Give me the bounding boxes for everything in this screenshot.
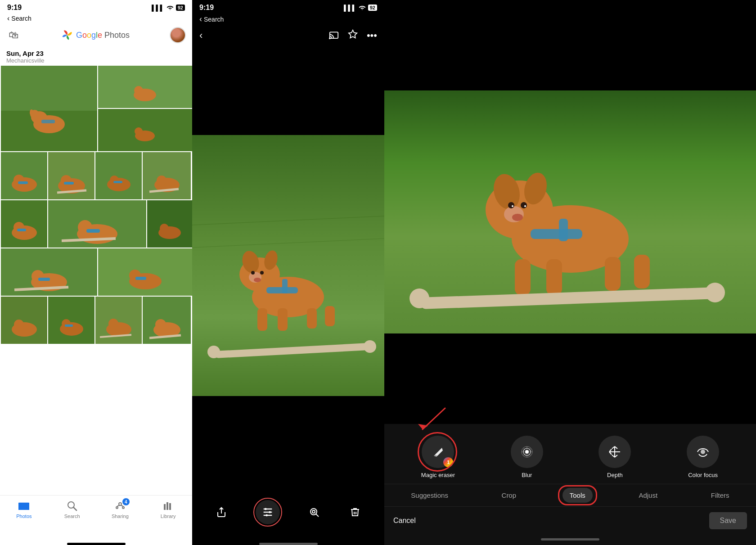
magic-badge: 1 [443,457,453,467]
grid-cell[interactable] [95,152,142,199]
svg-rect-92 [282,279,288,293]
search-icon [66,500,78,512]
color-focus-tool[interactable]: Color focus [687,436,719,478]
svg-point-60 [108,319,118,329]
grid-cell[interactable] [48,297,94,344]
svg-point-71 [116,507,118,509]
back-arrow-icon: ‹ [7,14,9,23]
photo-main [192,45,384,485]
home-indicator-2 [259,543,318,545]
svg-rect-50 [135,277,146,280]
grid-cell[interactable] [143,152,191,199]
home-indicator [67,543,126,545]
tab-crop[interactable]: Crop [495,488,524,503]
svg-rect-124 [515,259,531,295]
svg-point-130 [705,283,725,302]
grid-cell[interactable] [95,297,142,344]
tab-filters[interactable]: Filters [704,488,737,503]
magic-eraser-tool[interactable]: 1 Magic eraser [421,436,455,478]
sharing-icon: 4 [114,500,126,512]
adjust-inner [256,500,280,524]
photo-display [192,135,384,396]
nav-sharing[interactable]: 4 Sharing [96,500,144,519]
sharing-badge: 4 [122,498,130,505]
adjust-button[interactable] [253,498,282,527]
cancel-button[interactable]: Cancel [393,517,416,525]
dark-search-back[interactable]: ‹ Search [192,14,384,26]
depth-tool[interactable]: Depth [598,436,631,478]
svg-point-72 [122,507,124,509]
svg-rect-33 [17,229,26,231]
back-button[interactable]: ‹ [199,30,202,41]
grid-cell[interactable] [143,297,191,344]
svg-rect-6 [41,120,55,123]
time-2: 9:19 [199,4,214,12]
tools-panel: 1 Magic eraser [384,424,756,545]
svg-point-12 [135,127,143,135]
svg-point-53 [14,320,24,329]
svg-rect-96 [325,306,335,326]
svg-rect-75 [169,503,171,510]
edit-photo-image [384,90,756,333]
nav-library[interactable]: Library [144,500,192,519]
svg-point-28 [157,176,166,185]
search-label: Search [64,513,80,519]
nav-photos[interactable]: Photos [0,500,48,519]
star-icon[interactable] [348,29,358,42]
svg-point-120 [524,205,526,207]
more-icon[interactable]: ••• [367,30,377,41]
svg-point-9 [134,86,143,95]
grid-cell[interactable] [1,248,97,296]
grid-cell[interactable] [1,66,97,151]
svg-point-129 [410,288,429,308]
edit-panel: 1 Magic eraser [384,0,756,545]
edit-tabs: Suggestions Crop Tools Adjust Filters [384,484,756,506]
back-label-2: Search [204,16,224,23]
tab-tools[interactable]: Tools [562,488,593,503]
color-focus-icon-circle [687,436,719,468]
app-logo: Google Photos [61,29,130,41]
app-header: 🛍 Google Photos [0,24,192,47]
search-back-1[interactable]: ‹ Search [0,14,192,24]
svg-rect-122 [531,229,582,239]
grid-cell[interactable] [98,66,192,108]
viewer-toolbar-icons: ••• [329,29,377,42]
magic-eraser-icon-circle: 1 [422,436,454,468]
grid-cell[interactable] [98,248,192,296]
tab-suggestions[interactable]: Suggestions [404,488,455,503]
svg-rect-25 [113,181,122,183]
cast-icon[interactable] [329,29,339,42]
lens-icon[interactable] [305,503,323,521]
trash-icon[interactable] [346,503,364,521]
photos-label: Photos [16,513,32,519]
svg-rect-74 [166,502,168,510]
nav-search[interactable]: Search [48,500,96,519]
grid-cell[interactable] [147,200,192,248]
date-text: Sun, Apr 23 [6,50,186,57]
svg-rect-20 [64,182,74,185]
grid-cell[interactable] [1,200,47,248]
edit-actions: Cancel Save [384,506,756,535]
svg-point-104 [265,508,267,510]
svg-rect-126 [605,257,621,291]
tab-adjust[interactable]: Adjust [631,488,665,503]
grid-cell[interactable] [48,200,146,248]
avatar[interactable] [170,27,186,43]
library-icon [162,500,174,512]
grid-cell[interactable] [1,152,47,199]
svg-rect-93 [257,308,267,331]
svg-point-121 [512,214,523,221]
blur-tool[interactable]: Blur [511,436,543,478]
grid-cell[interactable] [98,109,192,151]
grid-cell[interactable] [1,297,47,344]
save-button[interactable]: Save [709,512,747,529]
share-icon[interactable] [212,503,230,521]
grid-cell[interactable] [48,152,94,199]
svg-point-64 [155,319,166,330]
grid-row-5 [1,297,191,344]
svg-line-109 [316,514,319,517]
battery-2: 92 [368,5,377,11]
sharing-label: Sharing [112,513,129,519]
shop-icon[interactable]: 🛍 [6,28,21,42]
library-label: Library [161,513,176,519]
